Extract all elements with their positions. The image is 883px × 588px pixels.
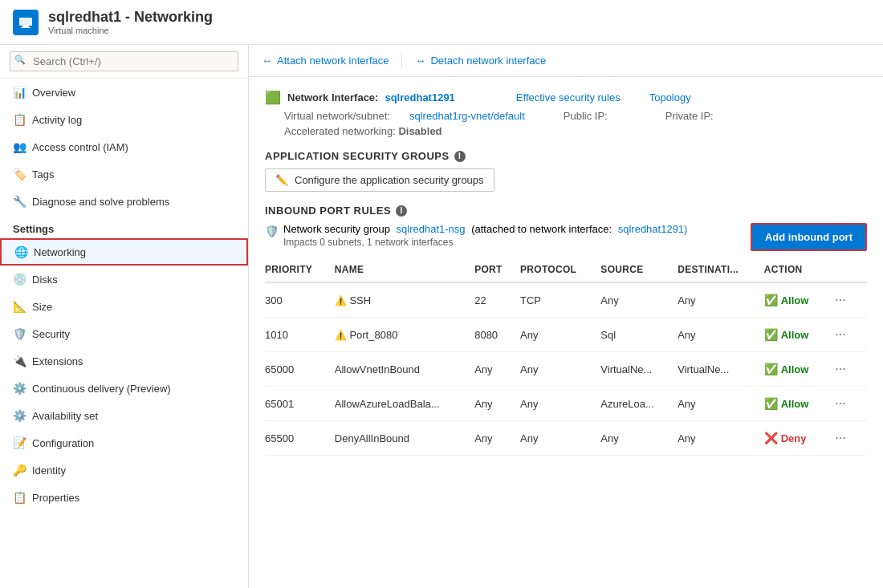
sidebar-item-overview[interactable]: 📊 Overview (0, 79, 248, 106)
sidebar-item-label: Continuous delivery (Preview) (32, 383, 171, 395)
asg-section-header: APPLICATION SECURITY GROUPS i (265, 150, 867, 162)
sidebar-item-diagnose[interactable]: 🔧 Diagnose and solve problems (0, 188, 248, 215)
svg-rect-0 (19, 18, 32, 26)
detach-network-interface-button[interactable]: ↔️ Detach network interface (415, 51, 546, 70)
sidebar-item-activity-log[interactable]: 📋 Activity log (0, 106, 248, 133)
nsg-prefix: Network security group (283, 223, 390, 235)
security-icon: 🛡️ (13, 327, 26, 340)
cell-port: Any (474, 421, 520, 456)
cell-source: Sql (600, 318, 678, 352)
cell-more: ··· (830, 318, 867, 352)
nsg-interface-link[interactable]: sqlredhat1291) (618, 223, 688, 235)
col-priority: PRIORITY (265, 258, 335, 282)
attach-label: Attach network interface (277, 55, 389, 67)
cell-name: ⚠️ Port_8080 (335, 318, 474, 352)
sidebar-item-configuration[interactable]: 📝 Configuration (0, 429, 248, 456)
sidebar-item-label: Overview (32, 87, 75, 99)
sidebar-item-size[interactable]: 📐 Size (0, 293, 248, 320)
ni-icon: 🟩 (265, 90, 281, 105)
extensions-icon: 🔌 (13, 355, 26, 367)
sidebar-item-tags[interactable]: 🏷️ Tags (0, 160, 248, 188)
search-input[interactable] (10, 51, 238, 71)
check-icon: ✅ (764, 328, 778, 341)
sidebar-item-label: Properties (32, 492, 79, 504)
sidebar-item-label: Identity (32, 464, 66, 476)
virtual-network-label: Virtual network/subnet: (284, 110, 390, 122)
cell-more: ··· (830, 352, 867, 387)
sidebar-item-availability-set[interactable]: ⚙️ Availability set (0, 402, 248, 429)
inbound-info-icon[interactable]: i (396, 205, 407, 217)
more-options-button[interactable]: ··· (830, 326, 850, 343)
accel-value: Disabled (398, 125, 442, 137)
sidebar-item-continuous-delivery[interactable]: ⚙️ Continuous delivery (Preview) (0, 375, 248, 402)
effective-security-rules-link[interactable]: Effective security rules (516, 91, 621, 103)
nsg-text-line: Network security group sqlredhat1-nsg (a… (283, 223, 687, 235)
sidebar-item-identity[interactable]: 🔑 Identity (0, 456, 248, 484)
cell-port: Any (474, 387, 520, 421)
sidebar-item-label: Diagnose and solve problems (32, 196, 169, 208)
sidebar-item-networking[interactable]: 🌐 Networking (0, 238, 248, 266)
cell-more: ··· (830, 421, 867, 456)
table-row: 65000 AllowVnetInBound Any Any VirtualNe… (265, 352, 867, 387)
header-text-group: sqlredhat1 - Networking Virtual machine (48, 9, 213, 35)
sidebar-item-label: Disks (32, 274, 58, 286)
virtual-network-link[interactable]: sqlredhat1rg-vnet/default (409, 110, 525, 122)
check-icon: ✅ (764, 363, 778, 375)
cell-priority: 1010 (265, 318, 335, 352)
add-inbound-port-button[interactable]: Add inbound port (751, 223, 867, 251)
deny-icon: ❌ (764, 432, 778, 444)
access-control-icon: 👥 (13, 140, 26, 153)
attach-network-interface-button[interactable]: ↔️ Attach network interface (262, 51, 389, 70)
col-protocol: PROTOCOL (520, 258, 600, 282)
sidebar-item-properties[interactable]: 📋 Properties (0, 484, 248, 511)
sidebar-item-label: Access control (IAM) (32, 141, 128, 153)
attach-icon: ↔️ (262, 55, 272, 67)
ni-name-link[interactable]: sqlredhat1291 (385, 91, 454, 103)
sidebar-item-security[interactable]: 🛡️ Security (0, 320, 248, 347)
cell-source: AzureLoa... (600, 387, 678, 421)
availability-set-icon: ⚙️ (13, 409, 26, 422)
main-content: ↔️ Attach network interface ↔️ Detach ne… (249, 45, 883, 588)
cell-name: DenyAllInBound (335, 421, 474, 456)
table-header-row: PRIORITY NAME PORT PROTOCOL SOURCE DESTI… (265, 258, 867, 282)
accel-label: Accelerated networking: (284, 125, 396, 137)
cell-priority: 65500 (265, 421, 335, 456)
sidebar-item-extensions[interactable]: 🔌 Extensions (0, 347, 248, 375)
tags-icon: 🏷️ (13, 168, 26, 180)
inbound-rules-table: PRIORITY NAME PORT PROTOCOL SOURCE DESTI… (265, 258, 867, 456)
configure-asg-button[interactable]: ✏️ Configure the application security gr… (265, 168, 494, 192)
sidebar-item-disks[interactable]: 💿 Disks (0, 266, 248, 293)
action-allow: ✅ Allow (764, 397, 821, 410)
nsg-name-link[interactable]: sqlredhat1-nsg (397, 223, 466, 235)
more-options-button[interactable]: ··· (830, 360, 850, 378)
action-allow: ✅ Allow (764, 294, 821, 306)
sidebar-nav: 📊 Overview 📋 Activity log 👥 Access contr… (0, 79, 248, 588)
properties-icon: 📋 (13, 491, 26, 504)
table-row: 65001 AllowAzureLoadBala... Any Any Azur… (265, 387, 867, 421)
cell-name: AllowVnetInBound (335, 352, 474, 387)
cell-action: ✅ Allow (764, 352, 831, 387)
cell-more: ··· (830, 387, 867, 421)
asg-label: APPLICATION SECURITY GROUPS (265, 150, 450, 162)
asg-info-icon[interactable]: i (454, 151, 466, 162)
more-options-button[interactable]: ··· (830, 429, 850, 447)
ni-label: Network Interface: (287, 91, 378, 103)
cell-destination: Any (678, 387, 764, 421)
cell-action: ✅ Allow (764, 387, 831, 421)
topology-link[interactable]: Topology (649, 91, 691, 103)
cell-name: ⚠️ SSH (335, 282, 474, 318)
detach-label: Detach network interface (430, 55, 546, 67)
warning-icon: ⚠️ (335, 295, 347, 306)
cell-destination: Any (678, 282, 764, 318)
size-icon: 📐 (13, 300, 26, 313)
page-header: sqlredhat1 - Networking Virtual machine (0, 0, 883, 45)
cell-action: ✅ Allow (764, 318, 831, 352)
configuration-icon: 📝 (13, 436, 26, 449)
sidebar-item-label: Extensions (32, 355, 83, 367)
more-options-button[interactable]: ··· (830, 395, 850, 412)
nsg-interface-name: sqlredhat1291 (618, 223, 684, 235)
more-options-button[interactable]: ··· (830, 291, 850, 309)
cell-source: VirtualNe... (600, 352, 678, 387)
sidebar-item-access-control[interactable]: 👥 Access control (IAM) (0, 133, 248, 160)
inbound-section-header: INBOUND PORT RULES i (265, 205, 867, 217)
